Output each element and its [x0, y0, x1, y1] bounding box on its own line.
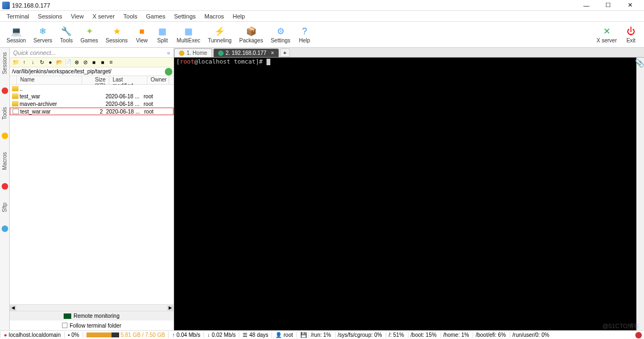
menu-x-server[interactable]: X server [88, 12, 119, 21]
status-cpu: ▪0% [64, 332, 83, 338]
checkbox-icon[interactable] [62, 323, 67, 328]
path-input[interactable] [10, 68, 165, 75]
vtab-icon [2, 183, 8, 190]
menu-settings[interactable]: Settings [170, 12, 200, 21]
session-button[interactable]: 💻Session [3, 25, 29, 45]
terminal-scrollbar[interactable] [636, 58, 644, 330]
sftp-tool-11-icon[interactable]: ≡ [108, 59, 115, 66]
watermark: @51CTO博客 [603, 322, 640, 330]
tunneling-button[interactable]: ⚡Tunneling [205, 25, 235, 45]
sftp-tool-10-icon[interactable]: ■ [99, 59, 106, 66]
cursor-icon [267, 59, 270, 65]
tab-icon [218, 51, 224, 56]
menu-help[interactable]: Help [228, 12, 250, 21]
sessions-button[interactable]: ★Sessions [102, 25, 131, 45]
status-host: ●localhost.localdomain [0, 332, 64, 338]
sftp-tool-0-icon[interactable]: 📁 [12, 59, 19, 66]
clip-icon[interactable]: 📎 [635, 59, 644, 67]
status-disks: 💾/run: 1%/sys/fs/cgroup: 0%/: 51%/boot: … [296, 332, 636, 338]
sessions-icon: ★ [112, 26, 122, 37]
follow-folder-checkbox[interactable]: Follow terminal folder [10, 321, 174, 330]
window-title: 192.168.0.177 [12, 2, 579, 9]
packages-icon: 📦 [246, 26, 257, 37]
vtab-sftp[interactable]: Sftp [2, 200, 8, 215]
sftp-tool-9-icon[interactable]: ■ [90, 59, 97, 66]
remote-monitoring-button[interactable]: Remote monitoring [10, 311, 174, 321]
scroll-left-icon[interactable]: ◀ [10, 305, 16, 311]
file-list: .. test_war 2020-06-18 ... root maven-ar… [10, 85, 174, 304]
vtab-macros[interactable]: Macros [2, 150, 8, 172]
monitor-icon [64, 313, 71, 319]
servers-button[interactable]: ❄Servers [30, 25, 55, 45]
sftp-tool-1-icon[interactable]: ↑ [21, 59, 28, 66]
term-user: root [180, 58, 195, 65]
help-icon: ? [299, 26, 310, 37]
col-owner[interactable]: Owner [147, 76, 169, 84]
term-cwd: tomcat [230, 58, 255, 65]
multiexec-button[interactable]: ▦MultiExec [174, 25, 203, 45]
file-row[interactable]: test_war 2020-06-18 ... root [10, 92, 174, 100]
maximize-button[interactable]: ☐ [600, 1, 616, 10]
col-modified[interactable]: Last modified [109, 76, 147, 84]
vtab-tools[interactable]: Tools [2, 105, 8, 122]
packages-button[interactable]: 📦Packages [236, 25, 267, 45]
close-button[interactable]: ✕ [622, 1, 637, 10]
settings-button[interactable]: ⚙Settings [268, 25, 294, 45]
add-tab-button[interactable]: + [280, 48, 290, 57]
exit-button[interactable]: ⏻Exit [621, 25, 641, 45]
quick-connect-bar[interactable]: Quick connect... « [10, 48, 174, 58]
terminal-area: 1. Home2. 192.168.0.177×+ [root@localhos… [174, 48, 644, 330]
sftp-sidebar: Quick connect... « 📁↑↓↻●📂📄⊗⊘■■≡ Name Siz… [10, 48, 174, 330]
menu-view[interactable]: View [66, 12, 88, 21]
tab-icon [179, 51, 184, 56]
servers-icon: ❄ [38, 26, 48, 37]
menu-tools[interactable]: Tools [119, 12, 142, 21]
view-button[interactable]: ■View [132, 25, 152, 45]
path-bar [10, 67, 174, 76]
sftp-tool-8-icon[interactable]: ⊘ [82, 59, 89, 66]
sftp-toolbar: 📁↑↓↻●📂📄⊗⊘■■≡ [10, 58, 174, 67]
file-row[interactable]: .. [10, 85, 174, 92]
menu-terminal[interactable]: Terminal [2, 12, 34, 21]
file-row[interactable]: test_war.war 2 2020-06-18 ... root [10, 108, 174, 115]
terminal-tab[interactable]: 1. Home [174, 48, 212, 57]
help-button[interactable]: ?Help [295, 25, 314, 45]
file-icon [13, 109, 19, 114]
sftp-tool-3-icon[interactable]: ↻ [38, 59, 45, 66]
split-button[interactable]: ▦Split [153, 25, 172, 45]
sftp-tool-4-icon[interactable]: ● [47, 59, 54, 66]
menu-games[interactable]: Games [142, 12, 170, 21]
vertical-tabs: SessionsToolsMacrosSftp [0, 48, 10, 330]
menu-sessions[interactable]: Sessions [34, 12, 67, 21]
sftp-tool-5-icon[interactable]: 📂 [55, 59, 63, 66]
games-icon: ✦ [84, 26, 95, 37]
status-upload: ↑0.04 Mb/s [168, 332, 203, 338]
terminal-tab[interactable]: 2. 192.168.0.177× [213, 48, 279, 57]
sftp-tool-7-icon[interactable]: ⊗ [73, 59, 80, 66]
col-size[interactable]: Size (KB) [82, 76, 109, 84]
menu-macros[interactable]: Macros [200, 12, 228, 21]
tools-icon: 🔧 [61, 26, 72, 37]
tab-close-icon[interactable]: × [271, 50, 274, 56]
games-button[interactable]: ✦Games [77, 25, 101, 45]
terminal[interactable]: [root@localhost tomcat]# 📎 [174, 58, 644, 330]
view-icon: ■ [137, 26, 147, 37]
horizontal-scrollbar[interactable]: ◀ ▶ [10, 304, 174, 311]
menubar: TerminalSessionsViewX serverToolsGamesSe… [0, 11, 644, 22]
vtab-sessions[interactable]: Sessions [2, 50, 8, 77]
scroll-right-icon[interactable]: ▶ [167, 305, 174, 311]
sftp-tool-2-icon[interactable]: ↓ [29, 59, 36, 66]
tools-button[interactable]: 🔧Tools [57, 25, 76, 45]
x server-button[interactable]: ✕X server [593, 25, 620, 45]
minimize-button[interactable]: — [579, 1, 594, 10]
app-icon [2, 2, 10, 9]
file-list-header: Name Size (KB) Last modified Owner [10, 76, 174, 85]
col-name[interactable]: Name [17, 76, 82, 84]
collapse-icon[interactable]: « [167, 49, 170, 56]
up-icon [12, 86, 18, 91]
session-icon: 💻 [11, 26, 22, 37]
sftp-tool-6-icon[interactable]: 📄 [64, 59, 71, 66]
status-alert-icon[interactable] [635, 332, 642, 338]
multiexec-icon: ▦ [183, 26, 194, 37]
file-row[interactable]: maven-archiver 2020-06-18 ... root [10, 100, 174, 108]
